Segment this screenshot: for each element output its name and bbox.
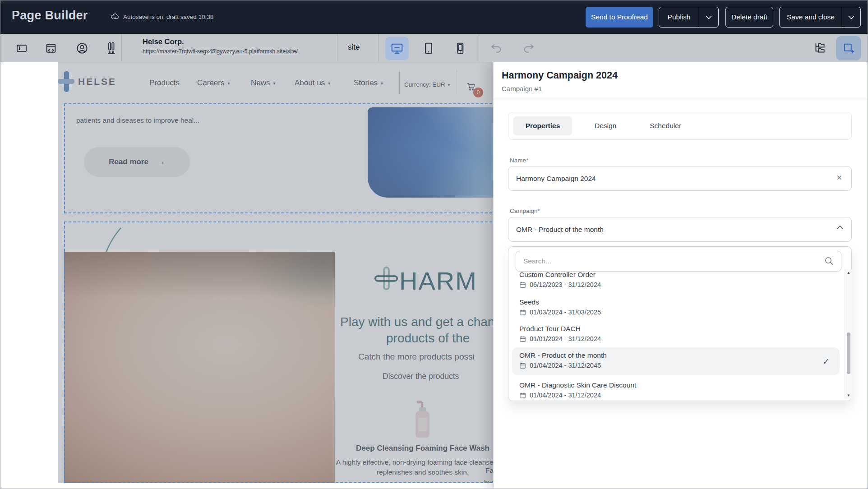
campaign-headline-1: Play with us and get a chanc (340, 315, 497, 329)
caret-down-icon: ▾ (227, 81, 230, 86)
site-navbar: HELSE Products Careers ▾ News ▾ About us… (58, 62, 497, 102)
nav-about-us[interactable]: About us ▾ (295, 78, 330, 88)
panel-tabs: Properties Design Scheduler (508, 112, 852, 140)
panel-subtitle: Campaign #1 (502, 85, 542, 92)
product-title: Deep Cleansing Foaming Face Wash (334, 444, 497, 453)
hero-image (368, 107, 497, 198)
campaign-subline-1: Catch the more products possi (358, 352, 475, 362)
campaign-subline-2: Discover the products (383, 372, 459, 381)
calendar-icon (519, 336, 526, 342)
builder-toolbar: Helse Corp. https://master-7rqtwti-segx4… (0, 34, 868, 62)
chevron-up-icon[interactable] (836, 225, 844, 230)
campaign-select[interactable]: OMR - Product of the month (508, 217, 852, 242)
panel-title: Harmony Campaign 2024 (502, 70, 618, 81)
name-field-label: Name* (510, 157, 528, 164)
page-builder-app: Page Builder Autosave is on, draft saved… (0, 0, 868, 489)
divider (457, 70, 457, 94)
scrollbar-thumb[interactable] (847, 332, 850, 374)
site-url-link[interactable]: https://master-7rqtwti-segx45igywzzy.eu-… (143, 48, 298, 55)
site-preview-frame: HELSE Products Careers ▾ News ▾ About us… (58, 62, 497, 483)
divider (379, 34, 379, 62)
window-swap-icon[interactable] (44, 42, 58, 55)
undo-icon[interactable] (489, 42, 503, 55)
harmony-chain-icon (373, 265, 399, 291)
campaign-settings-panel: Harmony Campaign 2024 Campaign #1 Proper… (493, 62, 868, 489)
check-icon: ✓ (822, 356, 830, 367)
caret-down-icon: ▾ (328, 81, 330, 86)
desktop-preview-button[interactable] (385, 37, 409, 60)
tab-scheduler[interactable]: Scheduler (647, 122, 684, 130)
campaign-photo (64, 252, 335, 483)
mobile-preview-button[interactable] (448, 37, 472, 60)
caret-down-icon: ▾ (448, 83, 450, 87)
chevron-down-icon[interactable] (842, 15, 860, 19)
caret-down-icon: ▾ (381, 81, 383, 86)
site-name: Helse Corp. (143, 37, 298, 46)
tab-design[interactable]: Design (592, 122, 619, 130)
currency-selector[interactable]: Currency: EUR ▾ (404, 81, 450, 88)
divider (399, 70, 400, 94)
sitemap-icon[interactable] (813, 42, 826, 55)
site-brand: HELSE (78, 76, 116, 87)
publish-button[interactable]: Publish (659, 7, 719, 28)
text-panel-icon[interactable] (15, 42, 28, 55)
harmony-wordmark: HARM (399, 266, 477, 295)
scroll-down-icon[interactable]: ▼ (845, 393, 852, 397)
calendar-icon (519, 309, 526, 316)
chevron-down-icon[interactable] (699, 15, 718, 19)
dropdown-option[interactable]: Seeds 01/03/2024 - 31/03/2025 (512, 294, 840, 320)
app-title: Page Builder (12, 9, 88, 23)
dropdown-option[interactable]: OMR - Diagnostic Skin Care Discount 01/0… (512, 377, 840, 403)
top-bar: Page Builder Autosave is on, draft saved… (0, 0, 868, 34)
add-block-icon[interactable] (836, 36, 861, 60)
site-meta: Helse Corp. https://master-7rqtwti-segx4… (143, 37, 298, 55)
site-label: site (348, 43, 360, 52)
clear-name-icon[interactable]: ✕ (836, 174, 842, 182)
intro-text: patients and diseases to improve heal... (76, 116, 199, 125)
product-description: A highly effective, non-drying foaming f… (334, 457, 497, 478)
calendar-icon (519, 362, 526, 369)
autosave-status: Autosave is on, draft saved 10:38 (110, 12, 213, 21)
redo-icon[interactable] (522, 42, 536, 55)
read-more-button[interactable]: Read more → (84, 147, 190, 177)
dropdown-option[interactable]: Product Tour DACH 01/01/2024 - 31/12/202… (512, 321, 840, 346)
campaign-dropdown: Custom Controller Order 06/12/2023 - 31/… (508, 246, 852, 401)
campaign-field-label: Campaign* (510, 208, 540, 214)
search-icon (824, 256, 834, 266)
dropdown-scrollbar[interactable]: ▲ ▼ (845, 269, 852, 399)
nav-stories[interactable]: Stories ▾ (354, 78, 383, 88)
sliders-icon[interactable] (104, 41, 118, 55)
divider (121, 34, 122, 62)
arrow-right-icon: → (157, 157, 165, 166)
nav-careers[interactable]: Careers ▾ (197, 78, 230, 88)
caret-down-icon: ▾ (273, 81, 276, 86)
tablet-preview-button[interactable] (417, 37, 440, 60)
divider (494, 99, 868, 99)
send-to-proofread-button[interactable]: Send to Proofread (586, 7, 653, 28)
campaign-headline-2: products of the (386, 331, 470, 346)
account-icon[interactable] (75, 42, 89, 55)
calendar-icon (519, 392, 526, 399)
cart-count-badge: 0 (473, 88, 483, 97)
dropdown-option-selected[interactable]: OMR - Product of the month 01/04/2024 - … (512, 347, 840, 375)
cloud-check-icon (110, 12, 119, 21)
name-input[interactable] (508, 166, 852, 191)
nav-products[interactable]: Products (149, 78, 180, 88)
product-bottle-image (415, 399, 430, 438)
nav-news[interactable]: News ▾ (251, 78, 276, 88)
save-and-close-button[interactable]: Save and close (779, 7, 861, 28)
product-card[interactable]: Deep Cleansing Foaming Face Wash A highl… (334, 399, 497, 478)
scroll-up-icon[interactable]: ▲ (845, 271, 852, 275)
divider (479, 34, 479, 62)
autosave-text: Autosave is on, draft saved 10:38 (123, 14, 213, 20)
tab-properties[interactable]: Properties (513, 116, 572, 135)
divider (337, 34, 337, 62)
helse-logo-icon (58, 71, 75, 93)
delete-draft-button[interactable]: Delete draft (725, 7, 773, 28)
calendar-icon (519, 281, 526, 288)
dropdown-option[interactable]: Custom Controller Order 06/12/2023 - 31/… (512, 267, 840, 292)
